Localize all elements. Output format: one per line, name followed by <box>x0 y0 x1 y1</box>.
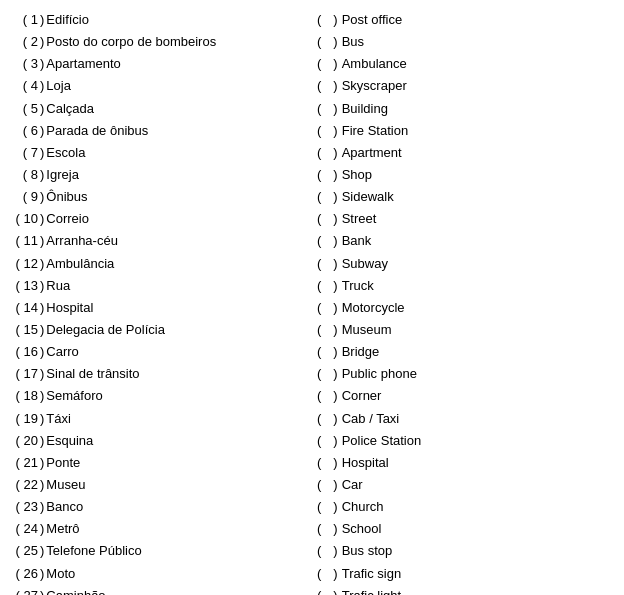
right-list-item: ( )Trafic sign <box>317 564 616 584</box>
right-list-item: ( )Museum <box>317 320 616 340</box>
left-list-item: ( 11 ) Arranha-céu <box>8 231 307 251</box>
item-label: Metrô <box>46 519 307 539</box>
left-list-item: ( 20 ) Esquina <box>8 431 307 451</box>
right-list-item: ( )Cab / Taxi <box>317 409 616 429</box>
right-item-label: Bus stop <box>342 541 616 561</box>
item-number: ( 22 <box>8 475 40 495</box>
item-number: ( 5 <box>8 99 40 119</box>
right-item-label: Ambulance <box>342 54 616 74</box>
left-list-item: ( 3 ) Apartamento <box>8 54 307 74</box>
item-label: Hospital <box>46 298 307 318</box>
left-list-item: ( 23 ) Banco <box>8 497 307 517</box>
right-item-label: Skyscraper <box>342 76 616 96</box>
item-label: Carro <box>46 342 307 362</box>
left-list-item: ( 21 ) Ponte <box>8 453 307 473</box>
left-list-item: ( 4 ) Loja <box>8 76 307 96</box>
item-label: Rua <box>46 276 307 296</box>
right-list-item: ( )Fire Station <box>317 121 616 141</box>
left-list-item: ( 16 ) Carro <box>8 342 307 362</box>
left-list-item: ( 18 ) Semáforo <box>8 386 307 406</box>
item-label: Caminhão <box>46 586 307 595</box>
right-item-label: Trafic sign <box>342 564 616 584</box>
item-number: ( 18 <box>8 386 40 406</box>
left-list-item: ( 7 ) Escola <box>8 143 307 163</box>
left-list-item: ( 13 ) Rua <box>8 276 307 296</box>
left-list-item: ( 6 ) Parada de ônibus <box>8 121 307 141</box>
left-list: ( 1 ) Edifício( 2 ) Posto do corpo de bo… <box>8 10 307 585</box>
item-number: ( 3 <box>8 54 40 74</box>
left-list-item: ( 9 ) Ônibus <box>8 187 307 207</box>
right-list-item: ( )Street <box>317 209 616 229</box>
left-list-item: ( 17 ) Sinal de trânsito <box>8 364 307 384</box>
right-item-label: Museum <box>342 320 616 340</box>
right-item-label: Building <box>342 99 616 119</box>
left-list-item: ( 25 ) Telefone Público <box>8 541 307 561</box>
right-item-label: Bridge <box>342 342 616 362</box>
left-list-item: ( 15 ) Delegacia de Polícia <box>8 320 307 340</box>
item-number: ( 8 <box>8 165 40 185</box>
right-list-item: ( )Motorcycle <box>317 298 616 318</box>
right-item-label: Hospital <box>342 453 616 473</box>
left-list-item: ( 10 ) Correio <box>8 209 307 229</box>
right-list-item: ( )Building <box>317 99 616 119</box>
right-list-item: ( )Truck <box>317 276 616 296</box>
item-number: ( 21 <box>8 453 40 473</box>
item-number: ( 20 <box>8 431 40 451</box>
right-list-item: ( )Bank <box>317 231 616 251</box>
item-label: Parada de ônibus <box>46 121 307 141</box>
item-label: Delegacia de Polícia <box>46 320 307 340</box>
item-label: Calçada <box>46 99 307 119</box>
right-item-label: Fire Station <box>342 121 616 141</box>
item-label: Táxi <box>46 409 307 429</box>
item-number: ( 24 <box>8 519 40 539</box>
right-list-item: ( )Police Station <box>317 431 616 451</box>
right-item-label: Shop <box>342 165 616 185</box>
right-item-label: Truck <box>342 276 616 296</box>
item-number: ( 10 <box>8 209 40 229</box>
right-list-item: ( )Public phone <box>317 364 616 384</box>
right-item-label: Street <box>342 209 616 229</box>
item-label: Ambulância <box>46 254 307 274</box>
item-number: ( 6 <box>8 121 40 141</box>
item-number: ( 2 <box>8 32 40 52</box>
right-list-item: ( )Shop <box>317 165 616 185</box>
right-list-item: ( )Skyscraper <box>317 76 616 96</box>
left-list-item: ( 5 ) Calçada <box>8 99 307 119</box>
item-number: ( 15 <box>8 320 40 340</box>
item-label: Ônibus <box>46 187 307 207</box>
item-label: Banco <box>46 497 307 517</box>
item-label: Apartamento <box>46 54 307 74</box>
right-list-item: ( )Bus stop <box>317 541 616 561</box>
item-number: ( 12 <box>8 254 40 274</box>
item-number: ( 17 <box>8 364 40 384</box>
item-label: Correio <box>46 209 307 229</box>
item-label: Moto <box>46 564 307 584</box>
right-list-item: ( )Bus <box>317 32 616 52</box>
right-item-label: Public phone <box>342 364 616 384</box>
item-number: ( 26 <box>8 564 40 584</box>
item-number: ( 9 <box>8 187 40 207</box>
left-list-item: ( 12 ) Ambulância <box>8 254 307 274</box>
right-item-label: Bus <box>342 32 616 52</box>
item-number: ( 13 <box>8 276 40 296</box>
item-label: Sinal de trânsito <box>46 364 307 384</box>
left-list-item: ( 27 ) Caminhão <box>8 586 307 595</box>
item-label: Posto do corpo de bombeiros <box>46 32 307 52</box>
left-list-item: ( 22 ) Museu <box>8 475 307 495</box>
right-item-label: Bank <box>342 231 616 251</box>
right-item-label: School <box>342 519 616 539</box>
right-list-item: ( )Car <box>317 475 616 495</box>
right-item-label: Cab / Taxi <box>342 409 616 429</box>
right-list-item: ( )Post office <box>317 10 616 30</box>
item-number: ( 4 <box>8 76 40 96</box>
right-item-label: Church <box>342 497 616 517</box>
left-list-item: ( 14 ) Hospital <box>8 298 307 318</box>
right-item-label: Sidewalk <box>342 187 616 207</box>
right-item-label: Subway <box>342 254 616 274</box>
right-item-label: Corner <box>342 386 616 406</box>
right-item-label: Motorcycle <box>342 298 616 318</box>
item-label: Arranha-céu <box>46 231 307 251</box>
item-label: Escola <box>46 143 307 163</box>
right-item-label: Post office <box>342 10 616 30</box>
right-list-item: ( )Bridge <box>317 342 616 362</box>
